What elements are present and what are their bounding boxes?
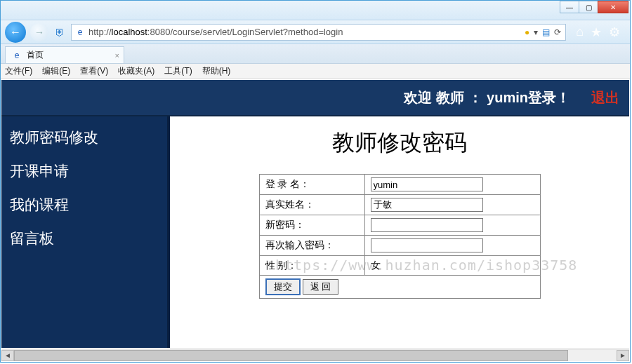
menu-help[interactable]: 帮助(H)	[202, 65, 231, 77]
app-header: 欢迎 教师 ： yumin登录！ 退出	[1, 80, 629, 116]
favorites-star-icon[interactable]: ★	[591, 25, 602, 40]
submit-button[interactable]: 提交	[265, 278, 301, 295]
scroll-right-arrow[interactable]: ►	[617, 350, 629, 361]
new-password-input[interactable]	[371, 218, 483, 232]
logout-link[interactable]: 退出	[591, 88, 619, 107]
menu-bar: 文件(F) 编辑(E) 查看(V) 收藏夹(A) 工具(T) 帮助(H)	[1, 64, 630, 79]
menu-tools[interactable]: 工具(T)	[164, 65, 192, 77]
new-password-label: 新密码：	[259, 215, 364, 236]
ie-page-icon: e	[74, 27, 86, 38]
welcome-label: 欢迎	[404, 88, 432, 107]
maximize-button[interactable]: ▢	[579, 1, 598, 13]
browser-tab[interactable]: e 首页 ×	[5, 46, 124, 63]
forward-button[interactable]: →	[30, 23, 48, 41]
page-title: 教师修改密码	[184, 128, 615, 159]
refresh-icon[interactable]: ⟳	[554, 27, 561, 37]
realname-label: 真实姓名：	[259, 195, 364, 215]
page-viewport: 欢迎 教师 ： yumin登录！ 退出 教师密码修改 开课申请 我的课程 留言板…	[1, 80, 629, 348]
row-gender: 性 别： 女	[259, 256, 540, 276]
horizontal-scrollbar[interactable]: ◄ ►	[1, 349, 629, 361]
compat-view-icon[interactable]: ▤	[542, 27, 550, 37]
settings-gear-icon[interactable]: ⚙	[609, 25, 620, 40]
row-realname: 真实姓名：	[259, 195, 540, 215]
user-login-msg: yumin登录！	[487, 88, 570, 107]
row-newpwd: 新密码：	[259, 215, 540, 236]
sidebar: 教师密码修改 开课申请 我的课程 留言板	[1, 116, 170, 348]
confirm-password-input[interactable]	[371, 238, 483, 252]
gender-value: 女	[364, 256, 540, 276]
tab-strip: e 首页 ×	[1, 44, 630, 64]
tab-title: 首页	[27, 49, 44, 61]
url-scheme: http://	[88, 27, 112, 37]
colon-label: ：	[468, 88, 482, 107]
menu-favorites[interactable]: 收藏夹(A)	[118, 65, 154, 77]
address-dropdown-icon[interactable]: ▾	[534, 27, 538, 37]
confirm-password-label: 再次输入密码：	[259, 236, 364, 256]
scroll-left-arrow[interactable]: ◄	[1, 350, 14, 361]
tab-favicon: e	[11, 50, 22, 61]
row-confirm: 再次输入密码：	[259, 236, 540, 256]
scroll-thumb[interactable]	[14, 350, 568, 361]
address-bar[interactable]: e http://localhost:8080/course/servlet/L…	[71, 24, 566, 41]
url-host: localhost	[112, 27, 147, 37]
home-icon[interactable]: ⌂	[576, 25, 584, 39]
sidebar-item-message-board[interactable]: 留言板	[1, 222, 167, 255]
main-content: 教师修改密码 登 录 名： 真实姓名： 新密码：	[170, 116, 629, 348]
minimize-button[interactable]: —	[560, 1, 579, 13]
login-name-input[interactable]	[371, 177, 483, 191]
menu-edit[interactable]: 编辑(E)	[42, 65, 70, 77]
warning-icon[interactable]: ●	[525, 27, 529, 37]
sidebar-item-change-password[interactable]: 教师密码修改	[1, 121, 167, 154]
login-name-label: 登 录 名：	[259, 175, 364, 195]
url-path: :8080/course/servlet/LoginServlet?method…	[147, 27, 343, 37]
address-right-icons: ● ▾ ▤ ⟳	[525, 27, 562, 37]
menu-file[interactable]: 文件(F)	[5, 65, 32, 77]
row-login: 登 录 名：	[259, 175, 540, 195]
role-label: 教师	[436, 88, 464, 107]
row-buttons: 提交 返 回	[259, 276, 540, 299]
gender-label: 性 别：	[259, 256, 364, 276]
window-titlebar: — ▢ ✕	[1, 1, 630, 20]
browser-tool-icons: ⌂ ★ ⚙	[570, 25, 626, 40]
back-button-form[interactable]: 返 回	[303, 279, 338, 295]
close-window-button[interactable]: ✕	[598, 1, 628, 13]
back-button[interactable]: ←	[5, 22, 26, 43]
menu-view[interactable]: 查看(V)	[80, 65, 108, 77]
sidebar-item-open-course[interactable]: 开课申请	[1, 154, 167, 188]
browser-window: — ▢ ✕ ← → ⛨ e http://localhost:8080/cour…	[0, 0, 631, 363]
realname-input[interactable]	[371, 198, 483, 212]
nav-toolbar: ← → ⛨ e http://localhost:8080/course/ser…	[1, 20, 630, 44]
app-body: 教师密码修改 开课申请 我的课程 留言板 教师修改密码 登 录 名： 真实姓名：	[1, 116, 629, 348]
security-shield-icon[interactable]: ⛨	[53, 25, 67, 39]
password-form: 登 录 名： 真实姓名： 新密码： 再次输入密码：	[259, 174, 541, 299]
tab-close-icon[interactable]: ×	[115, 51, 119, 60]
sidebar-item-my-courses[interactable]: 我的课程	[1, 188, 167, 222]
scroll-track[interactable]	[14, 350, 617, 361]
app-root: 欢迎 教师 ： yumin登录！ 退出 教师密码修改 开课申请 我的课程 留言板…	[1, 80, 629, 348]
url-text: http://localhost:8080/course/servlet/Log…	[88, 27, 522, 37]
window-buttons: — ▢ ✕	[560, 1, 628, 13]
